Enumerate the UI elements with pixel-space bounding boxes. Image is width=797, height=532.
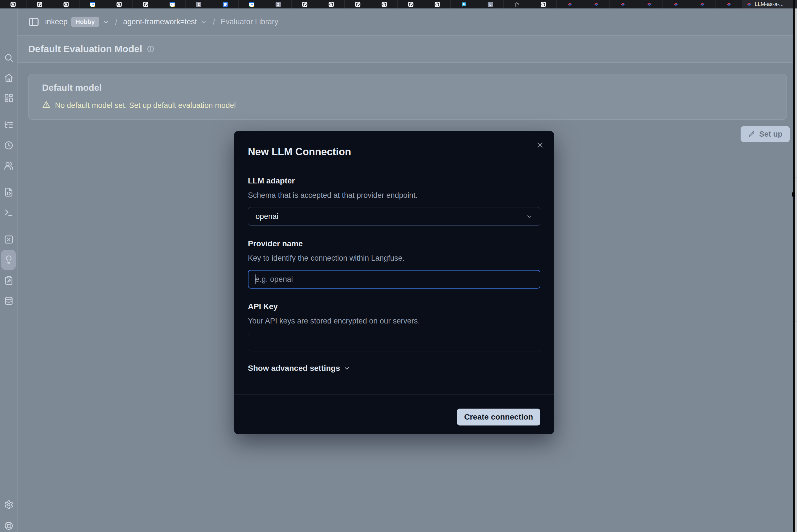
tracing-tree-icon bbox=[4, 120, 14, 130]
sidebar-item-evaluators[interactable] bbox=[4, 255, 14, 265]
breadcrumb-org[interactable]: inkeep bbox=[45, 17, 68, 26]
sidebar-item-sessions[interactable] bbox=[4, 140, 14, 150]
langfuse-icon bbox=[746, 1, 752, 7]
github-icon bbox=[381, 1, 387, 7]
top-navbar: inkeep Hobby / agent-framework=test / Ev… bbox=[17, 8, 793, 36]
github-icon bbox=[328, 1, 334, 7]
browser-tab[interactable] bbox=[53, 0, 79, 8]
svg-text:31: 31 bbox=[91, 3, 94, 6]
chevron-down-icon bbox=[526, 213, 533, 220]
github-icon bbox=[434, 1, 440, 7]
adjacent-window-sliver bbox=[795, 8, 797, 532]
langfuse-icon bbox=[647, 1, 652, 7]
browser-tab[interactable] bbox=[26, 0, 53, 8]
sidebar-item-tracing[interactable] bbox=[4, 120, 14, 130]
browser-tab[interactable] bbox=[398, 0, 424, 8]
sidebar-item-dashboards[interactable] bbox=[4, 93, 14, 103]
sidebar-item-settings[interactable] bbox=[4, 500, 14, 510]
browser-tab-active[interactable]: LLM-as-a-... bbox=[742, 0, 797, 8]
browser-tab[interactable]: L bbox=[477, 0, 504, 8]
search-icon bbox=[4, 53, 14, 62]
github-icon bbox=[10, 1, 16, 7]
browser-tab[interactable] bbox=[132, 0, 159, 8]
langfuse-icon bbox=[620, 1, 626, 7]
browser-tab[interactable] bbox=[610, 0, 636, 8]
browser-tab[interactable]: Z bbox=[265, 0, 292, 8]
window-edge-notch bbox=[792, 192, 795, 197]
browser-tab[interactable] bbox=[530, 0, 557, 8]
screen: 3131Z31ZLLLM-as-a-... inkeep Hobby / age… bbox=[0, 0, 797, 532]
browser-tab-strip: 3131Z31ZLLLM-as-a-... bbox=[0, 0, 797, 8]
api-key-input[interactable] bbox=[248, 333, 540, 352]
breadcrumb-separator: / bbox=[213, 17, 215, 27]
api-key-description: Your API keys are stored encrypted on ou… bbox=[248, 317, 540, 325]
chat-icon bbox=[461, 1, 467, 7]
svg-text:Z: Z bbox=[198, 2, 200, 6]
sidebar-item-annotation[interactable] bbox=[4, 276, 14, 285]
chevron-down-icon[interactable] bbox=[200, 19, 207, 25]
browser-tab[interactable] bbox=[583, 0, 610, 8]
langfuse-icon bbox=[593, 1, 599, 7]
zotero-icon: Z bbox=[196, 1, 202, 7]
browser-tab[interactable] bbox=[0, 0, 26, 8]
sidebar-item-scores[interactable] bbox=[4, 235, 14, 244]
set-up-button[interactable]: Set up bbox=[741, 126, 790, 142]
browser-tab[interactable] bbox=[557, 0, 583, 8]
github-icon bbox=[302, 1, 308, 7]
browser-tab[interactable] bbox=[451, 0, 477, 8]
llm-adapter-label: LLM adapter bbox=[248, 176, 540, 185]
browser-tab[interactable]: 31 bbox=[239, 0, 265, 8]
sidebar-item-support[interactable] bbox=[4, 521, 14, 531]
modal-title: New LLM Connection bbox=[234, 131, 554, 158]
api-key-label: API Key bbox=[248, 302, 540, 311]
chevron-down-icon[interactable] bbox=[103, 19, 109, 25]
breadcrumb-project[interactable]: agent-framework=test bbox=[123, 17, 197, 26]
browser-tab[interactable] bbox=[371, 0, 398, 8]
gear-icon bbox=[4, 500, 14, 510]
browser-tab[interactable] bbox=[292, 0, 318, 8]
breadcrumb-page: Evaluator Library bbox=[221, 17, 278, 26]
sidebar-item-home[interactable] bbox=[4, 73, 14, 82]
browser-tab[interactable] bbox=[345, 0, 371, 8]
close-icon[interactable] bbox=[536, 141, 544, 149]
sidebar-item-playground[interactable] bbox=[4, 208, 14, 217]
browser-tab[interactable] bbox=[663, 0, 689, 8]
github-icon bbox=[116, 1, 122, 7]
github-icon bbox=[540, 1, 546, 7]
llm-adapter-value: openai bbox=[255, 212, 278, 221]
default-model-card: Default model No default model set. Set … bbox=[28, 74, 787, 120]
browser-tab[interactable]: 31 bbox=[79, 0, 106, 8]
terminal-icon bbox=[4, 208, 14, 217]
sidebar-toggle-icon[interactable] bbox=[28, 16, 39, 27]
github-icon bbox=[355, 1, 361, 7]
browser-tab[interactable] bbox=[689, 0, 716, 8]
info-icon[interactable] bbox=[147, 45, 155, 53]
browser-tab[interactable] bbox=[106, 0, 132, 8]
svg-text:31: 31 bbox=[171, 3, 174, 6]
card-title: Default model bbox=[42, 82, 773, 93]
provider-name-input[interactable] bbox=[248, 270, 540, 288]
browser-tab[interactable] bbox=[212, 0, 239, 8]
browser-tab[interactable] bbox=[424, 0, 451, 8]
browser-tab[interactable] bbox=[716, 0, 742, 8]
pencil-icon bbox=[748, 131, 755, 138]
sidebar-item-search[interactable] bbox=[4, 53, 14, 62]
browser-tab[interactable]: Z bbox=[185, 0, 212, 8]
new-llm-connection-modal: New LLM Connection LLM adapter Schema th… bbox=[234, 131, 554, 434]
browser-tab[interactable]: 31 bbox=[159, 0, 185, 8]
browser-tab[interactable] bbox=[318, 0, 345, 8]
svg-text:Z: Z bbox=[277, 2, 279, 6]
langfuse-icon bbox=[726, 1, 732, 7]
sidebar-item-users[interactable] bbox=[4, 161, 14, 170]
code-file-icon bbox=[4, 187, 14, 197]
create-connection-button[interactable]: Create connection bbox=[457, 408, 540, 425]
sidebar-item-models[interactable] bbox=[4, 296, 14, 306]
browser-tab[interactable] bbox=[636, 0, 663, 8]
sidebar-item-prompts[interactable] bbox=[4, 187, 14, 197]
page-header: Default Evaluation Model bbox=[17, 36, 793, 62]
github-icon bbox=[37, 1, 42, 7]
llm-adapter-select[interactable]: openai bbox=[248, 207, 540, 226]
show-advanced-settings-toggle[interactable]: Show advanced settings bbox=[248, 364, 540, 373]
browser-tab[interactable] bbox=[504, 0, 530, 8]
google-docs-icon bbox=[222, 1, 228, 7]
